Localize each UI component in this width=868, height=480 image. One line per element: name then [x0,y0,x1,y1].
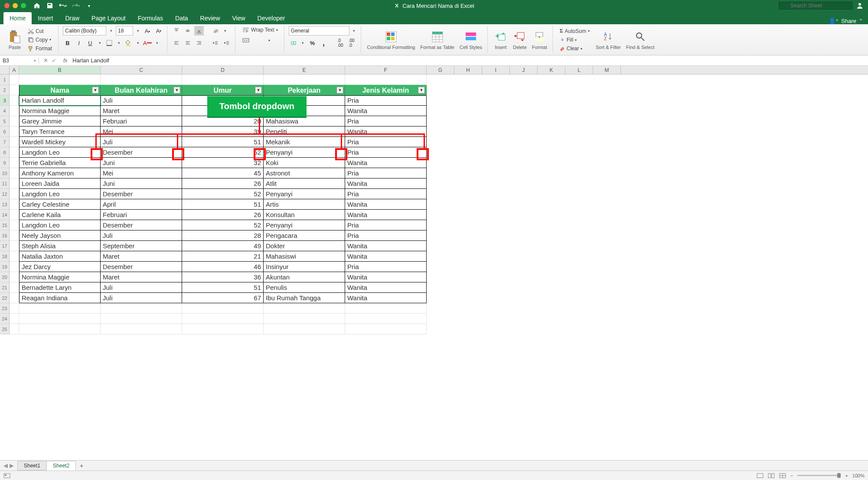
share-button[interactable]: Share [841,18,856,24]
wrap-text-button[interactable]: Wrap Text▾ [240,26,281,34]
table-cell[interactable]: Mei [101,126,182,137]
table-cell[interactable]: Pria [345,262,427,272]
table-cell[interactable]: Desember [101,220,182,230]
search-sheet-input[interactable] [779,2,852,10]
table-cell[interactable]: Steph Alisia [19,241,101,251]
col-header[interactable]: L [565,66,593,74]
table-cell[interactable]: Normina Maggie [19,106,101,116]
increase-indent-button[interactable] [222,38,232,48]
number-format-select[interactable]: General [289,26,349,36]
orientation-button[interactable]: ab [211,26,220,36]
font-color-dropdown[interactable]: ▾ [154,41,160,45]
cell[interactable] [10,85,19,95]
borders-button[interactable] [104,38,114,48]
cell[interactable] [10,230,19,241]
table-cell[interactable]: 39 [182,126,264,137]
table-cell[interactable]: Desember [101,189,182,199]
formula-input[interactable]: Harlan Landolf [70,57,868,64]
table-cell[interactable]: 52 [182,220,264,230]
percent-button[interactable]: % [308,38,317,48]
copy-button[interactable]: Copy▾ [25,36,55,44]
table-cell[interactable]: Wanita [345,241,427,251]
zoom-window-button[interactable] [21,3,26,8]
conditional-formatting-button[interactable]: Conditional Formatting [365,29,417,51]
row-header[interactable]: 2 [0,85,10,95]
table-cell[interactable]: Akuntan [264,272,345,282]
tab-formulas[interactable]: Formulas [132,12,169,24]
cell[interactable] [182,324,264,334]
table-cell[interactable]: 26 [182,210,264,220]
table-cell[interactable]: Koki [264,158,345,168]
table-cell[interactable]: 52 [182,147,264,158]
filter-dropdown-button[interactable]: ▼ [92,87,99,94]
table-cell[interactable]: Reagan Indiana [19,293,101,303]
cell[interactable] [10,158,19,168]
table-cell[interactable]: Juli [101,293,182,303]
decrease-indent-button[interactable] [211,38,220,48]
table-cell[interactable]: September [101,241,182,251]
col-header[interactable]: K [538,66,565,74]
row-header[interactable]: 5 [0,116,10,126]
tab-view[interactable]: View [226,12,251,24]
merge-button[interactable]: ▾ [240,36,281,44]
row-header[interactable]: 12 [0,189,10,199]
table-cell[interactable]: Wardell Mickey [19,137,101,147]
cell[interactable] [101,314,182,324]
table-cell[interactable]: Mekanik [264,137,345,147]
cell[interactable] [10,75,19,85]
table-cell[interactable]: Mei [101,168,182,178]
fill-color-dropdown[interactable]: ▾ [135,41,141,45]
cell[interactable] [10,220,19,230]
table-cell[interactable]: Maret [101,251,182,262]
table-cell[interactable]: Penyanyi [264,147,345,158]
cell[interactable] [10,106,19,116]
table-cell[interactable]: Pria [345,168,427,178]
italic-button[interactable]: I [74,38,84,48]
cell[interactable] [182,75,264,85]
col-header[interactable]: A [10,66,19,74]
cell[interactable] [101,303,182,314]
table-cell[interactable]: Penyanyi [264,189,345,199]
table-cell[interactable]: Langdon Leo [19,147,101,158]
enter-formula-icon[interactable]: ✓ [52,57,56,64]
table-cell[interactable]: Langdon Leo [19,189,101,199]
row-header[interactable]: 8 [0,147,10,158]
cell[interactable] [10,147,19,158]
comma-button[interactable]: , [319,38,329,48]
align-bottom-button[interactable] [194,26,204,36]
table-cell[interactable]: Maret [101,272,182,282]
cell[interactable] [345,303,427,314]
row-header[interactable]: 24 [0,314,10,324]
table-cell[interactable]: Wanita [345,282,427,293]
table-cell[interactable]: Pengacara [264,230,345,241]
table-cell[interactable]: Bernadette Laryn [19,282,101,293]
filter-dropdown-button[interactable]: ▼ [336,87,343,94]
table-cell[interactable]: Loreen Jaida [19,178,101,189]
clear-button[interactable]: Clear▾ [557,45,592,52]
table-cell[interactable]: Langdon Leo [19,220,101,230]
cell[interactable] [264,314,345,324]
cell[interactable] [101,324,182,334]
table-cell[interactable]: Mahasiswi [264,251,345,262]
cell[interactable] [264,75,345,85]
table-cell[interactable]: Juni [101,158,182,168]
table-cell[interactable]: Normina Maggie [19,272,101,282]
cell[interactable] [10,126,19,137]
table-cell[interactable]: Peneliti [264,126,345,137]
decrease-font-button[interactable]: A▾ [154,26,163,36]
table-cell[interactable]: April [101,199,182,210]
table-cell[interactable]: Wanita [345,158,427,168]
name-box[interactable]: B3▾ [0,58,39,64]
col-header[interactable]: D [182,66,264,74]
cell[interactable] [10,303,19,314]
table-cell[interactable]: Juli [101,282,182,293]
table-cell[interactable]: Astronot [264,168,345,178]
table-cell[interactable]: Pria [345,137,427,147]
align-top-button[interactable] [172,26,181,36]
cell[interactable] [19,314,101,324]
bold-button[interactable]: B [63,38,72,48]
cell[interactable] [19,303,101,314]
cancel-formula-icon[interactable]: ✕ [43,57,48,64]
cell[interactable] [10,251,19,262]
table-cell[interactable]: Garey Jimmie [19,116,101,126]
